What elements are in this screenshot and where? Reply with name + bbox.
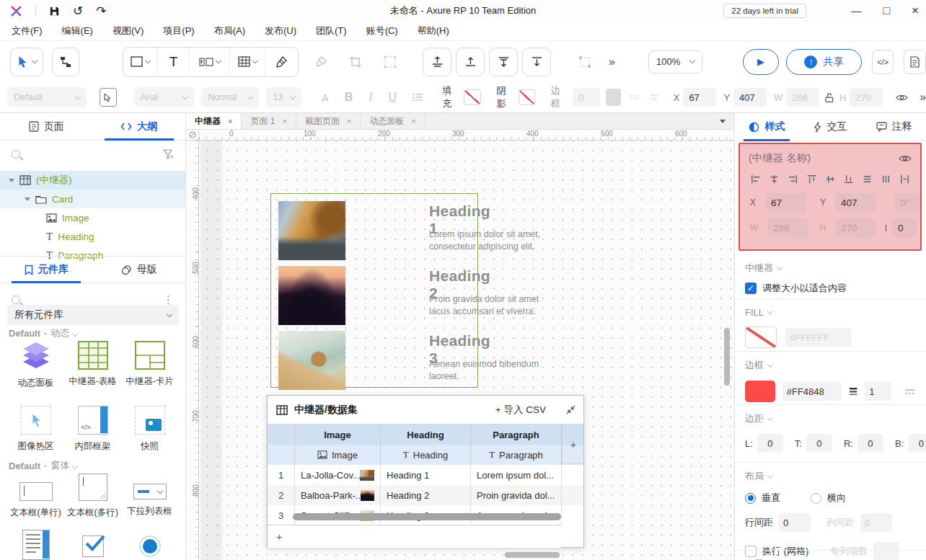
more-format-icon[interactable]: » xyxy=(920,91,926,104)
widget-name-input[interactable]: (中继器 名称) xyxy=(749,151,811,165)
pen-tool-button[interactable] xyxy=(265,48,298,76)
shadow-swatch[interactable] xyxy=(519,89,535,105)
fit-content-checkbox[interactable]: ✓ xyxy=(745,283,757,294)
tree-item-repeater[interactable]: (中继器) xyxy=(0,171,185,190)
page-tab-screenshot[interactable]: 截图页面× xyxy=(296,113,361,129)
widget-repeater-card[interactable]: 中继器-卡片 xyxy=(121,341,178,389)
w-field[interactable]: 286 xyxy=(786,88,819,107)
column-header-image[interactable]: Image xyxy=(295,425,381,445)
connector-tool-button[interactable] xyxy=(52,48,79,76)
menu-file[interactable]: 文件(F) xyxy=(12,25,43,37)
fill-hex-field[interactable]: #FFFFFF xyxy=(785,328,852,347)
h-field[interactable]: 270 xyxy=(850,88,883,107)
tab-pages[interactable]: 页面 xyxy=(0,113,93,140)
card-image-2[interactable] xyxy=(278,266,345,325)
tree-item-heading[interactable]: T Heading xyxy=(0,227,185,246)
tab-close-icon[interactable]: × xyxy=(228,117,232,125)
align-bottom-icon[interactable] xyxy=(843,174,854,185)
maximize-button[interactable]: □ xyxy=(883,4,890,17)
align-center-icon[interactable] xyxy=(769,174,780,185)
tree-item-card[interactable]: Card xyxy=(0,190,185,208)
collapse-panel-icon[interactable] xyxy=(565,404,576,415)
move-down-button[interactable] xyxy=(522,48,551,76)
bring-to-front-button[interactable] xyxy=(423,48,451,76)
menu-edit[interactable]: 编辑(E) xyxy=(62,25,93,37)
section-layout[interactable]: 布局 xyxy=(745,470,916,483)
menu-team[interactable]: 团队(T) xyxy=(316,25,347,37)
widget-dynamic-panel[interactable]: 动态面板 xyxy=(7,341,64,389)
padding-left-field[interactable]: 0 xyxy=(757,434,783,453)
align-right-icon[interactable] xyxy=(788,174,798,185)
distribute-vertical-icon[interactable] xyxy=(881,174,891,185)
close-button[interactable]: × xyxy=(912,4,919,18)
redo-icon[interactable]: ↷ xyxy=(96,4,106,19)
card-image-1[interactable] xyxy=(278,201,345,260)
align-middle-icon[interactable] xyxy=(825,174,836,185)
column-header-heading[interactable]: Heading xyxy=(381,425,471,445)
menu-arrange[interactable]: 布局(A) xyxy=(214,25,245,37)
fill-color-swatch[interactable] xyxy=(745,326,777,348)
card-paragraph-3[interactable]: Aenean euismod bibendum laoreet. xyxy=(429,358,546,383)
cursor-mode-icon[interactable] xyxy=(100,88,116,107)
bold-icon[interactable]: B xyxy=(345,91,353,104)
border-color-swatch[interactable] xyxy=(745,381,775,402)
font-weight-select[interactable]: Normal xyxy=(201,87,259,107)
minimize-button[interactable]: — xyxy=(851,5,861,17)
border-hex-field[interactable]: #FF4848 xyxy=(782,382,842,401)
padding-right-field[interactable]: 0 xyxy=(857,434,883,453)
widget-droplist[interactable]: 下拉列表框 xyxy=(121,474,178,519)
style-preset-select[interactable]: Default xyxy=(7,87,87,107)
column-header-paragraph[interactable]: Paragraph xyxy=(471,425,562,445)
h-field[interactable]: 270 xyxy=(835,218,876,237)
page-tab-repeater[interactable]: 中继器× xyxy=(186,113,242,129)
unlock-icon[interactable] xyxy=(825,92,834,103)
rotation-field[interactable]: 0° xyxy=(894,193,920,212)
library-filter-select[interactable]: 所有元件库 xyxy=(7,305,179,325)
tab-close-icon[interactable]: × xyxy=(347,117,351,125)
filter-icon[interactable] xyxy=(163,149,174,159)
widget-radio[interactable] xyxy=(121,530,178,560)
widget-textfield-multi[interactable]: 文本框(多行) xyxy=(64,474,121,519)
rectangle-tool-button[interactable] xyxy=(123,48,158,76)
line-weight-icon[interactable] xyxy=(849,387,857,396)
widget-repeater-table[interactable]: 中继器-表格 xyxy=(64,341,121,389)
ruler-origin-icon[interactable] xyxy=(186,130,199,141)
widget-checkbox[interactable] xyxy=(64,530,121,560)
repeater-widget[interactable]: Heading 1 Lorem ipsum dolor sit amet, co… xyxy=(270,193,478,388)
menu-help[interactable]: 帮助(H) xyxy=(418,25,449,37)
add-row-button[interactable]: + xyxy=(276,530,283,543)
tab-masters[interactable]: 母版 xyxy=(93,257,186,283)
border-width-field[interactable]: 0 xyxy=(573,88,600,107)
border-color-swatch[interactable] xyxy=(606,89,621,106)
menu-publish[interactable]: 发布(U) xyxy=(265,25,296,37)
visibility-eye-icon[interactable] xyxy=(899,154,912,163)
table-tool-button[interactable] xyxy=(230,48,266,76)
fill-swatch[interactable] xyxy=(464,89,480,105)
w-field[interactable]: 286 xyxy=(767,218,808,237)
send-to-back-button[interactable] xyxy=(456,48,485,76)
dataset-row[interactable]: 2 Balboa-Park-... Heading 2 Proin gravid… xyxy=(268,485,583,505)
search-icon[interactable] xyxy=(12,150,20,159)
menu-project[interactable]: 项目(P) xyxy=(163,25,194,37)
y-field[interactable]: 407 xyxy=(835,193,876,212)
section-repeater[interactable]: 中继器 xyxy=(745,262,916,275)
dataset-h-scrollbar[interactable] xyxy=(293,513,561,520)
tab-outline[interactable]: 大纲 xyxy=(93,113,186,140)
font-color-icon[interactable]: A xyxy=(322,92,329,104)
tab-notes[interactable]: 注释 xyxy=(863,113,926,141)
distribute-horizontal-icon[interactable] xyxy=(862,174,873,185)
widget-hotspot[interactable]: 图像热区 xyxy=(7,406,64,453)
widget-snapshot[interactable]: 快照 xyxy=(121,406,178,453)
placeholder-tool-button[interactable] xyxy=(190,48,229,76)
search-icon[interactable] xyxy=(12,295,20,304)
align-left-icon[interactable] xyxy=(750,174,761,185)
equal-spacing-icon[interactable] xyxy=(899,174,910,185)
notes-doc-button[interactable] xyxy=(904,50,926,74)
border-pattern-icon[interactable] xyxy=(904,388,916,395)
dataset-row[interactable]: 1 La-Jolla-Cov... Heading 1 Lorem ipsum … xyxy=(268,465,583,485)
code-export-button[interactable]: </> xyxy=(872,50,894,74)
tab-list-dropdown-icon[interactable] xyxy=(720,113,726,129)
card-image-3[interactable] xyxy=(278,331,345,390)
horizontal-radio[interactable] xyxy=(811,493,821,504)
tab-close-icon[interactable]: × xyxy=(411,117,415,125)
